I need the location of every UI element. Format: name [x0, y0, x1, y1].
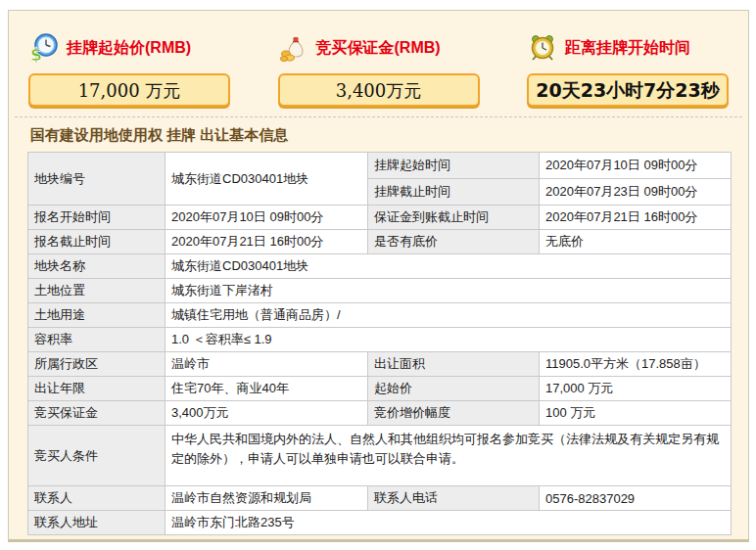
countdown-label: 距离挂牌开始时间 — [565, 38, 690, 59]
value-contact-person: 温岭市自然资源和规划局 — [165, 486, 368, 511]
label-starting-price: 起始价 — [368, 377, 540, 401]
value-has-reserve-price: 无底价 — [540, 230, 732, 254]
price-clock-icon: $ — [28, 32, 60, 64]
deposit-moneybag-icon — [278, 32, 309, 64]
value-contact-phone: 0576-82837029 — [540, 486, 732, 511]
label-land-location: 土地位置 — [28, 279, 165, 303]
start-price-label: 挂牌起始价(RMB) — [67, 38, 191, 59]
value-deposit-deadline: 2020年07月21日 16时00分 — [540, 206, 732, 230]
value-registration-start-time: 2020年07月10日 09时00分 — [165, 206, 368, 230]
value-transfer-area: 11905.0平方米（17.858亩） — [540, 352, 732, 377]
deposit-value: 3,400万元 — [278, 73, 480, 107]
table-row: 联系人地址 温岭市东门北路235号 — [28, 511, 732, 535]
svg-text:$: $ — [30, 45, 42, 64]
label-listing-start-time: 挂牌起始时间 — [368, 153, 540, 179]
summary-strip: $ 挂牌起始价(RMB) 17,000 万元 — [9, 11, 748, 107]
countdown-alarm-icon — [527, 32, 558, 64]
label-plot-ratio: 容积率 — [28, 328, 165, 352]
label-deposit-deadline: 保证金到账截止时间 — [368, 206, 540, 230]
table-row: 容积率 1.0 ＜容积率≤ 1.9 — [28, 328, 732, 352]
value-listing-end-time: 2020年07月23日 09时00分 — [540, 179, 732, 206]
table-row: 竞买人条件 中华人民共和国境内外的法人、自然人和其他组织均可报名参加竞买（法律法… — [28, 426, 732, 486]
table-row: 出让年限 住宅70年、商业40年 起始价 17,000 万元 — [28, 377, 732, 401]
label-contact-person: 联系人 — [28, 486, 165, 511]
summary-countdown: 距离挂牌开始时间 20天23小时7分23秒 — [527, 30, 729, 107]
value-land-use: 城镇住宅用地（普通商品房）/ — [165, 303, 732, 328]
table-row: 联系人 温岭市自然资源和规划局 联系人电话 0576-82837029 — [28, 486, 732, 511]
table-row: 所属行政区 温岭市 出让面积 11905.0平方米（17.858亩） — [28, 352, 732, 377]
table-row: 土地位置 城东街道下岸渚村 — [28, 279, 732, 303]
deposit-label: 竞买保证金(RMB) — [316, 38, 441, 59]
value-land-location: 城东街道下岸渚村 — [165, 279, 732, 303]
label-bid-increment: 竞价增价幅度 — [368, 401, 540, 426]
label-parcel-number: 地块编号 — [28, 153, 165, 206]
table-row: 报名开始时间 2020年07月10日 09时00分 保证金到账截止时间 2020… — [28, 206, 732, 230]
value-parcel-number: 城东街道CD030401地块 — [165, 153, 368, 206]
section-title: 国有建设用地使用权 挂牌 出让基本信息 — [9, 117, 748, 152]
countdown-value: 20天23小时7分23秒 — [527, 73, 729, 107]
value-bid-increment: 100 万元 — [540, 401, 732, 426]
label-bid-deposit: 竞买保证金 — [28, 401, 165, 426]
value-bidder-conditions: 中华人民共和国境内外的法人、自然人和其他组织均可报名参加竞买（法律法规及有关规定… — [165, 426, 732, 486]
label-bidder-conditions: 竞买人条件 — [28, 426, 165, 486]
value-listing-start-time: 2020年07月10日 09时00分 — [540, 153, 732, 179]
table-row: 报名截止时间 2020年07月21日 16时00分 是否有底价 无底价 — [28, 230, 732, 254]
value-registration-end-time: 2020年07月21日 16时00分 — [165, 230, 368, 254]
label-registration-start-time: 报名开始时间 — [28, 206, 165, 230]
summary-start-price: $ 挂牌起始价(RMB) 17,000 万元 — [28, 30, 230, 107]
value-parcel-name: 城东街道CD030401地块 — [165, 254, 732, 279]
label-transfer-term: 出让年限 — [28, 377, 165, 401]
table-row: 地块编号 城东街道CD030401地块 挂牌起始时间 2020年07月10日 0… — [28, 153, 732, 179]
auction-detail-table: 地块编号 城东街道CD030401地块 挂牌起始时间 2020年07月10日 0… — [27, 152, 732, 535]
label-listing-end-time: 挂牌截止时间 — [368, 179, 540, 206]
label-land-use: 土地用途 — [28, 303, 165, 328]
table-row: 土地用途 城镇住宅用地（普通商品房）/ — [28, 303, 732, 328]
value-starting-price: 17,000 万元 — [540, 377, 732, 401]
value-contact-address: 温岭市东门北路235号 — [165, 511, 732, 535]
value-transfer-term: 住宅70年、商业40年 — [165, 377, 368, 401]
value-admin-district: 温岭市 — [165, 352, 368, 377]
value-plot-ratio: 1.0 ＜容积率≤ 1.9 — [165, 328, 732, 352]
table-row: 竞买保证金 3,400万元 竞价增价幅度 100 万元 — [28, 401, 732, 426]
summary-deposit: 竞买保证金(RMB) 3,400万元 — [278, 30, 480, 107]
label-admin-district: 所属行政区 — [28, 352, 165, 377]
label-has-reserve-price: 是否有底价 — [368, 230, 540, 254]
auction-info-panel: $ 挂牌起始价(RMB) 17,000 万元 — [8, 10, 749, 542]
label-contact-address: 联系人地址 — [28, 511, 165, 535]
label-contact-phone: 联系人电话 — [368, 486, 540, 511]
label-registration-end-time: 报名截止时间 — [28, 230, 165, 254]
label-parcel-name: 地块名称 — [28, 254, 165, 279]
start-price-value: 17,000 万元 — [28, 73, 230, 107]
table-row: 地块名称 城东街道CD030401地块 — [28, 254, 732, 279]
label-transfer-area: 出让面积 — [368, 352, 540, 377]
value-bid-deposit: 3,400万元 — [165, 401, 368, 426]
